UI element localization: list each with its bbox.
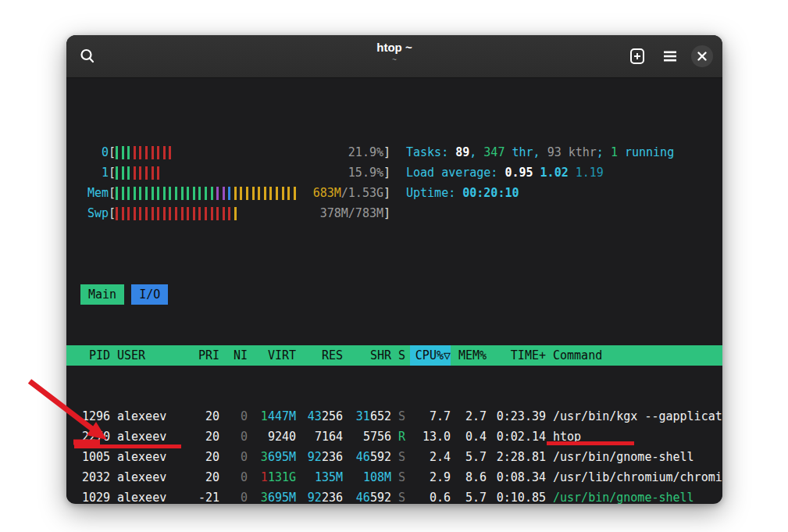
meter-bar <box>169 187 171 200</box>
text-segment: /usr/bin/gnome-shell <box>553 491 694 504</box>
meter-bar <box>157 187 159 200</box>
tab-io[interactable]: I/O <box>131 284 168 305</box>
process-row-pid-2270[interactable]: 2270alexeev200924071645756R13.00.40:02.1… <box>66 427 722 447</box>
cell-user: alexeev <box>110 467 185 487</box>
column-header-mem[interactable]: MEM% <box>451 345 487 366</box>
process-row-pid-1005[interactable]: 1005alexeev2003695M9223646592S2.45.72:28… <box>66 447 722 467</box>
text-segment: alexeev <box>117 409 166 423</box>
meter-bar <box>145 166 148 180</box>
text-segment: 3 <box>261 450 268 464</box>
meter-bar <box>187 187 189 200</box>
meter-label: Swp <box>73 203 109 223</box>
meter-bar <box>193 187 195 200</box>
cell-cmd: htop <box>546 427 722 447</box>
cell-pid: 2032 <box>66 467 110 487</box>
text-segment: 447M <box>268 409 296 423</box>
cell-virt: 3695M <box>248 447 296 467</box>
cell-s: S <box>391 406 410 427</box>
column-header-user[interactable]: USER <box>110 345 185 366</box>
cell-virt: 1447M <box>248 406 296 427</box>
text-segment: 13.0 <box>423 430 451 444</box>
meter-bar <box>216 207 219 220</box>
text-segment: 2032 <box>82 470 110 484</box>
process-row-pid-1029[interactable]: 1029alexeev-2103695M9223646592S0.65.70:1… <box>66 487 722 504</box>
cell-shr: 31652 <box>343 406 391 427</box>
cell-user: alexeev <box>110 427 185 447</box>
process-row-pid-2032[interactable]: 2032alexeev2001131G135M108MS2.98.60:08.3… <box>66 467 722 487</box>
meter-bar <box>234 207 237 220</box>
column-header-time[interactable]: TIME+ <box>487 345 546 366</box>
text-segment: running <box>618 145 674 159</box>
process-row-pid-1296[interactable]: 1296alexeev2001447M4325631652S7.72.70:23… <box>66 406 722 427</box>
cell-s: R <box>391 427 410 447</box>
tab-main[interactable]: Main <box>80 284 124 305</box>
text-segment: 0 <box>241 470 248 484</box>
cell-pid: 2270 <box>66 427 110 447</box>
meter-bracket-close: ] <box>383 162 390 183</box>
text-segment: ; <box>597 145 611 159</box>
column-header-shr[interactable]: SHR <box>343 345 391 366</box>
cell-mem: 0.4 <box>451 427 487 447</box>
text-segment: 15.9% <box>348 166 383 180</box>
meter-bar <box>175 207 177 220</box>
close-button[interactable] <box>691 45 713 67</box>
menu-button[interactable] <box>658 45 682 68</box>
meter-bar <box>122 166 124 180</box>
htop-terminal: 0[21.9%]1[15.9%]Mem[683M/1.53G]Swp[378M/… <box>66 78 722 503</box>
text-segment: 108M <box>363 470 391 484</box>
text-segment: 46 <box>356 491 370 504</box>
column-header-ni[interactable]: NI <box>219 345 248 366</box>
column-header-pid[interactable]: PID <box>66 345 110 366</box>
process-table-header: PIDUSERPRINIVIRTRESSHRSCPU%▽MEM%TIME+Com… <box>66 345 722 366</box>
meter-bar <box>252 187 255 200</box>
meter-bar <box>127 187 130 200</box>
column-header-cpu[interactable]: CPU%▽ <box>410 345 451 366</box>
column-header-cmd[interactable]: Command <box>546 345 722 366</box>
text-segment: 20 <box>205 430 219 444</box>
text-segment: 92 <box>308 491 322 504</box>
search-button[interactable] <box>76 45 99 68</box>
cell-mem: 5.7 <box>451 447 487 467</box>
meter-bar <box>228 187 230 200</box>
meter-bar <box>122 207 124 220</box>
meter-bar <box>127 146 130 159</box>
cell-ni: 0 <box>219 406 248 427</box>
text-segment: /usr/bin/gnome-shell <box>553 450 694 464</box>
meter-bar <box>163 207 166 220</box>
column-header-res[interactable]: RES <box>296 345 343 366</box>
text-segment: 2:28.81 <box>497 450 546 464</box>
cell-ni: 0 <box>219 447 248 467</box>
window-title-area: htop ~ ~ <box>66 40 722 65</box>
text-segment: 236 <box>322 450 343 464</box>
cell-pri: 20 <box>185 427 219 447</box>
meter-bar <box>223 207 225 220</box>
new-tab-button[interactable] <box>626 45 649 68</box>
meter-bar <box>258 187 260 200</box>
meter-bar <box>157 166 159 180</box>
text-segment: 347 <box>483 145 505 159</box>
text-segment: 93 kthr <box>547 145 597 159</box>
close-icon <box>697 51 708 62</box>
text-segment: 43 <box>308 409 322 423</box>
text-segment: 7164 <box>315 430 343 444</box>
meter-bar <box>181 207 184 220</box>
meter-bar <box>269 187 272 200</box>
column-header-pri[interactable]: PRI <box>185 345 219 366</box>
text-segment: 1005 <box>82 450 110 464</box>
cell-time: 0:08.34 <box>487 467 546 487</box>
text-segment: 0.95 <box>505 166 540 180</box>
system-info: Tasks: 89, 347 thr, 93 kthr; 1 runningLo… <box>397 142 722 223</box>
text-segment: , <box>469 145 483 159</box>
meter-swp: Swp[378M/783M] <box>73 203 397 223</box>
text-segment: 1 <box>261 409 268 423</box>
meter-bar <box>139 207 141 220</box>
meter-bar <box>181 187 184 200</box>
cell-pid: 1005 <box>66 447 110 467</box>
meter-value: 683M/1.53G <box>313 183 383 203</box>
column-header-s[interactable]: S <box>391 345 410 366</box>
search-icon <box>79 48 96 65</box>
column-header-virt[interactable]: VIRT <box>248 345 296 366</box>
text-segment: 31 <box>356 409 370 423</box>
meter-bar <box>240 187 242 200</box>
cell-pid: 1296 <box>66 406 110 427</box>
